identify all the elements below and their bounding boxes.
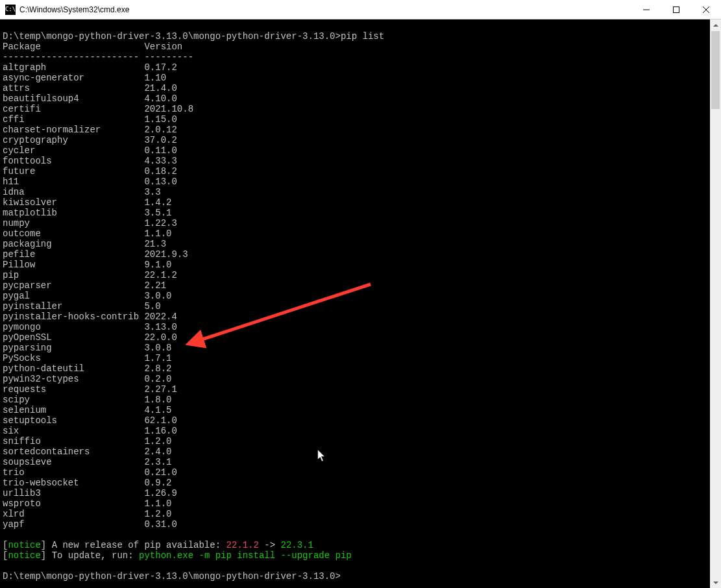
terminal-line: cffi 1.15.0 <box>3 114 710 125</box>
terminal-line: urllib3 1.26.9 <box>3 488 710 498</box>
terminal-line: h11 0.13.0 <box>3 177 710 187</box>
minimize-button[interactable] <box>631 0 661 19</box>
terminal-line: altgraph 0.17.2 <box>3 62 710 73</box>
terminal-line: certifi 2021.10.8 <box>3 104 710 114</box>
titlebar[interactable]: C:\ C:\Windows\System32\cmd.exe <box>0 0 721 19</box>
scroll-thumb[interactable] <box>711 31 720 109</box>
terminal-line: pyinstaller-hooks-contrib 2022.4 <box>3 312 710 322</box>
title-left: C:\ C:\Windows\System32\cmd.exe <box>0 5 631 15</box>
terminal-line: wsproto 1.1.0 <box>3 498 710 509</box>
terminal-line: attrs 21.4.0 <box>3 83 710 93</box>
cmd-icon: C:\ <box>5 5 16 15</box>
terminal-line: cryptography 37.0.2 <box>3 135 710 145</box>
terminal-line: sniffio 1.2.0 <box>3 436 710 447</box>
scroll-down-icon[interactable] <box>710 577 721 588</box>
terminal-line: pyparsing 3.0.8 <box>3 343 710 353</box>
terminal-line: pyOpenSSL 22.0.0 <box>3 332 710 343</box>
terminal-line: PySocks 1.7.1 <box>3 353 710 363</box>
terminal-line: pip 22.1.2 <box>3 270 710 280</box>
maximize-button[interactable] <box>661 0 691 19</box>
terminal-line: pyinstaller 5.0 <box>3 301 710 312</box>
terminal-line: sortedcontainers 2.4.0 <box>3 447 710 457</box>
terminal-blank-line <box>3 530 710 540</box>
terminal-line: future 0.18.2 <box>3 166 710 177</box>
terminal-line: numpy 1.22.3 <box>3 218 710 228</box>
terminal-line: pygal 3.0.0 <box>3 291 710 301</box>
window-title: C:\Windows\System32\cmd.exe <box>19 5 129 14</box>
terminal-line: kiwisolver 1.4.2 <box>3 197 710 208</box>
close-button[interactable] <box>691 0 721 19</box>
terminal-blank-line <box>3 561 710 571</box>
terminal-line: ------------------------- --------- <box>3 52 710 62</box>
scrollbar[interactable] <box>710 19 721 588</box>
terminal-line: D:\temp\mongo-python-driver-3.13.0\mongo… <box>3 571 710 582</box>
terminal-line: [notice] To update, run: python.exe -m p… <box>3 550 710 561</box>
cmd-window: C:\ C:\Windows\System32\cmd.exe D:\temp\… <box>0 0 721 588</box>
terminal-line: six 1.16.0 <box>3 426 710 436</box>
terminal-line: [notice] A new release of pip available:… <box>3 540 710 550</box>
terminal-line: cycler 0.11.0 <box>3 145 710 156</box>
terminal-line: charset-normalizer 2.0.12 <box>3 125 710 135</box>
terminal-line: fonttools 4.33.3 <box>3 156 710 166</box>
terminal-line: Package Version <box>3 42 710 52</box>
terminal-blank-line <box>3 21 710 31</box>
terminal-line: Pillow 9.1.0 <box>3 260 710 270</box>
terminal-line: setuptools 62.1.0 <box>3 415 710 426</box>
svg-rect-1 <box>674 6 679 12</box>
terminal-line: soupsieve 2.3.1 <box>3 457 710 467</box>
terminal-line: matplotlib 3.5.1 <box>3 208 710 218</box>
terminal-line: pycparser 2.21 <box>3 280 710 291</box>
terminal-line: pymongo 3.13.0 <box>3 322 710 332</box>
terminal-line: D:\temp\mongo-python-driver-3.13.0\mongo… <box>3 31 710 42</box>
terminal-line: pefile 2021.9.3 <box>3 249 710 260</box>
terminal-line: selenium 4.1.5 <box>3 405 710 415</box>
terminal-line: python-dateutil 2.8.2 <box>3 363 710 374</box>
terminal-line: idna 3.3 <box>3 187 710 197</box>
terminal-line: trio-websocket 0.9.2 <box>3 478 710 488</box>
terminal-line: beautifulsoup4 4.10.0 <box>3 93 710 104</box>
terminal-line: yapf 0.31.0 <box>3 519 710 530</box>
window-controls <box>631 0 721 19</box>
terminal-line: outcome 1.1.0 <box>3 228 710 239</box>
terminal[interactable]: D:\temp\mongo-python-driver-3.13.0\mongo… <box>0 19 710 588</box>
terminal-line: pywin32-ctypes 0.2.0 <box>3 374 710 384</box>
terminal-line: scipy 1.8.0 <box>3 395 710 405</box>
terminal-wrap: D:\temp\mongo-python-driver-3.13.0\mongo… <box>0 19 721 588</box>
terminal-line: xlrd 1.2.0 <box>3 509 710 519</box>
terminal-line: requests 2.27.1 <box>3 384 710 395</box>
terminal-line: async-generator 1.10 <box>3 73 710 83</box>
scroll-up-icon[interactable] <box>710 19 721 31</box>
terminal-line: packaging 21.3 <box>3 239 710 249</box>
terminal-line: trio 0.21.0 <box>3 467 710 478</box>
